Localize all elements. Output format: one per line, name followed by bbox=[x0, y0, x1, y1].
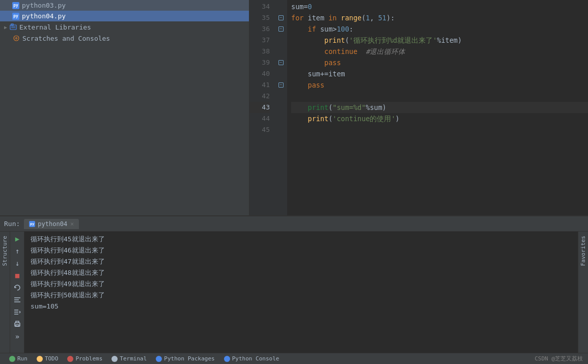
scroll-up-btn[interactable]: ↑ bbox=[12, 246, 22, 256]
output-line-4: 循环执行到49就退出来了 bbox=[31, 278, 572, 290]
python-file-icon-selected: py bbox=[12, 13, 19, 20]
python-file-icon: py bbox=[12, 2, 19, 9]
line-num-35: 35 bbox=[249, 12, 270, 23]
code-line-36: if sum>100: bbox=[291, 23, 588, 35]
gutter-36[interactable]: − bbox=[275, 23, 287, 35]
code-token: "sum=%d" bbox=[332, 102, 366, 113]
fold-arrow-39[interactable]: − bbox=[278, 60, 284, 65]
code-line-41: pass bbox=[291, 79, 588, 91]
sidebar-item-scratches[interactable]: Scratches and Consoles bbox=[0, 33, 249, 44]
code-token: ) bbox=[396, 113, 400, 124]
code-line-40: sum+=item bbox=[291, 68, 588, 79]
sidebar-item-ext-libs[interactable]: ▶ External Libraries bbox=[0, 21, 249, 33]
code-token: ) bbox=[458, 35, 462, 46]
editor-content[interactable]: 34 35 36 37 38 39 40 41 42 43 44 45 − bbox=[249, 0, 588, 215]
fold-arrow-41[interactable]: − bbox=[278, 82, 284, 88]
code-token: print bbox=[308, 113, 329, 124]
code-token: = bbox=[303, 1, 307, 12]
run-btn[interactable]: ▶ bbox=[12, 234, 22, 244]
code-token: pass bbox=[308, 79, 325, 91]
code-token: sum bbox=[308, 68, 320, 79]
code-line-38: continue #退出循环体 bbox=[291, 46, 588, 57]
code-token: ): bbox=[386, 12, 395, 23]
code-token: sum bbox=[370, 102, 382, 113]
code-token: : bbox=[349, 23, 353, 35]
gutter-45 bbox=[275, 124, 287, 135]
code-token: += bbox=[320, 68, 328, 79]
run-tabs-bar: Run: py python04 × bbox=[0, 216, 588, 232]
ext-libs-label: External Libraries bbox=[19, 23, 91, 31]
status-tab-problems[interactable]: Problems bbox=[63, 355, 106, 362]
rerun-btn[interactable] bbox=[12, 283, 22, 293]
status-tab-python-packages[interactable]: Python Packages bbox=[152, 355, 218, 362]
code-token: % bbox=[437, 35, 441, 46]
bottom-panel: Run: py python04 × Structure ▶ ↑ ↓ ■ bbox=[0, 215, 588, 353]
code-token bbox=[291, 113, 308, 124]
gutter-43 bbox=[275, 102, 287, 113]
gutter-42 bbox=[275, 91, 287, 102]
pkg-status-icon bbox=[156, 356, 162, 362]
line-num-41: 41 bbox=[249, 79, 270, 91]
svg-rect-16 bbox=[16, 325, 19, 326]
status-tab-terminal[interactable]: Terminal bbox=[107, 355, 151, 362]
gutter-39[interactable]: − bbox=[275, 57, 287, 68]
code-token: > bbox=[332, 23, 337, 35]
code-line-45 bbox=[291, 124, 588, 135]
code-token: % bbox=[366, 102, 370, 113]
editor-area: 34 35 36 37 38 39 40 41 42 43 44 45 − bbox=[249, 0, 588, 215]
code-token: 1 bbox=[366, 12, 370, 23]
stop-btn[interactable]: ■ bbox=[12, 270, 22, 281]
scratches-label: Scratches and Consoles bbox=[22, 35, 110, 42]
code-token: 0 bbox=[308, 1, 312, 12]
menu-btn[interactable] bbox=[12, 307, 22, 317]
gutter-35[interactable]: − bbox=[275, 12, 287, 23]
status-tab-run[interactable]: Run bbox=[5, 355, 32, 362]
gutter-41[interactable]: − bbox=[275, 79, 287, 91]
main-area: py python03.py py python04.py ▶ External… bbox=[0, 0, 588, 215]
code-token: continue bbox=[324, 46, 357, 57]
code-token: sum bbox=[291, 1, 303, 12]
code-editor[interactable]: sum=0 for item in range(1, 51): if sum>1… bbox=[287, 0, 588, 215]
run-tab-close[interactable]: × bbox=[70, 220, 74, 228]
code-line-44: print('continue的使用') bbox=[291, 113, 588, 124]
run-tab-name: python04 bbox=[38, 220, 67, 228]
output-line-1: 循环执行到46就退出来了 bbox=[31, 245, 572, 256]
output-line-5: 循环执行到50就退出来了 bbox=[31, 290, 572, 301]
code-token: in bbox=[328, 12, 341, 23]
line-num-44: 44 bbox=[249, 113, 270, 124]
status-tab-python-console[interactable]: Python Console bbox=[220, 355, 284, 362]
code-token bbox=[291, 57, 324, 68]
code-token: pass bbox=[324, 57, 341, 68]
code-line-39: pass bbox=[291, 57, 588, 68]
scratch-icon bbox=[12, 34, 20, 42]
code-token bbox=[291, 102, 308, 113]
code-token bbox=[291, 68, 308, 79]
vtab-favorites[interactable]: Favorites bbox=[579, 232, 587, 270]
gutter-37 bbox=[275, 35, 287, 46]
vtab-structure[interactable]: Structure bbox=[1, 232, 9, 270]
sidebar-item-python04[interactable]: py python04.py bbox=[0, 11, 249, 21]
code-token: ( bbox=[345, 35, 349, 46]
format-btn[interactable] bbox=[12, 295, 22, 305]
output-line-3: 循环执行到48就退出来了 bbox=[31, 267, 572, 278]
print-btn[interactable] bbox=[12, 319, 22, 329]
sidebar-item-python03[interactable]: py python03.py bbox=[0, 0, 249, 11]
fold-arrow-35[interactable]: − bbox=[278, 15, 284, 20]
scroll-down-btn[interactable]: ↓ bbox=[12, 258, 22, 268]
run-tab-python04[interactable]: py python04 × bbox=[24, 219, 79, 229]
status-tab-todo[interactable]: TODO bbox=[33, 355, 63, 362]
more-btn[interactable]: » bbox=[12, 331, 22, 342]
code-token: for bbox=[291, 12, 308, 23]
code-token: sum bbox=[320, 23, 332, 35]
code-token-item: item bbox=[308, 12, 329, 23]
gutter-34 bbox=[275, 1, 287, 12]
status-tabs: Run TODO Problems Terminal Python Packag… bbox=[5, 355, 283, 362]
output-area: 循环执行到45就退出来了 循环执行到46就退出来了 循环执行到47就退出来了 循… bbox=[24, 232, 578, 353]
output-line-6: sum=105 bbox=[31, 301, 572, 312]
code-token: 'continue的使用' bbox=[332, 113, 395, 124]
sidebar-item-label-selected: python04.py bbox=[22, 12, 66, 20]
line-num-38: 38 bbox=[249, 46, 270, 57]
run-toolbar: ▶ ↑ ↓ ■ bbox=[10, 232, 24, 353]
fold-arrow-36[interactable]: − bbox=[278, 26, 284, 32]
code-line-34: sum=0 bbox=[291, 1, 588, 12]
